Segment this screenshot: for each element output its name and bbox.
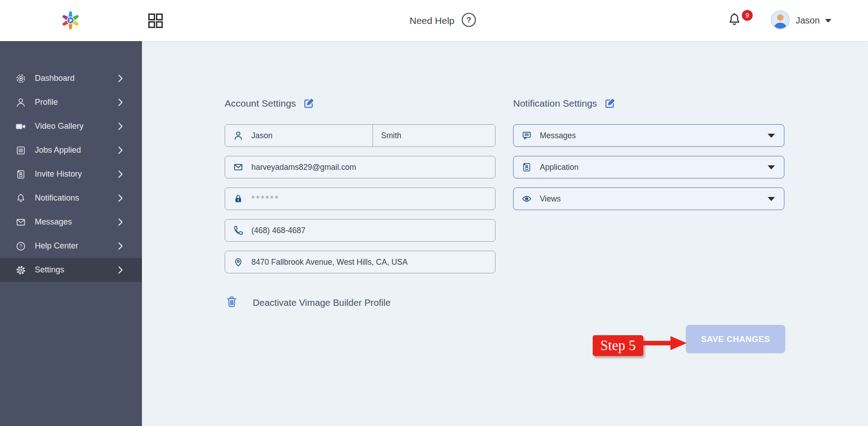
account-settings-section: Account Settings	[225, 98, 495, 310]
sidebar-item-notifications[interactable]: Notifications	[0, 186, 142, 210]
help-question-icon[interactable]: ?	[461, 12, 476, 29]
notification-count-badge: 9	[742, 10, 753, 21]
name-field-row	[225, 124, 495, 147]
lock-icon	[225, 193, 251, 204]
settings-page: Need Help ? 9	[0, 0, 868, 426]
invite-resume-icon	[15, 169, 27, 180]
last-name-input[interactable]	[373, 131, 495, 140]
address-input[interactable]	[251, 257, 495, 267]
edit-notification-settings-icon[interactable]	[604, 98, 616, 109]
dropdown-caret-icon	[768, 197, 775, 201]
views-dropdown[interactable]: Views	[513, 187, 784, 210]
notification-settings-title: Notification Settings	[513, 98, 597, 109]
chevron-right-icon	[118, 98, 123, 106]
mail-icon	[225, 162, 251, 173]
deactivate-profile-button[interactable]: Deactivate Vimage Builder Profile	[225, 295, 495, 310]
sidebar-item-dashboard[interactable]: Dashboard	[0, 66, 142, 90]
eye-icon	[514, 193, 540, 204]
need-help[interactable]: Need Help ?	[410, 0, 476, 41]
sidebar-item-label: Settings	[35, 265, 64, 275]
email-field-row	[225, 156, 495, 178]
bell-icon	[15, 192, 27, 204]
edit-account-settings-icon[interactable]	[303, 98, 315, 109]
phone-field-row	[225, 219, 495, 242]
sidebar: Dashboard Profile Video Gallery	[0, 41, 142, 426]
step-annotation: Step 5	[593, 335, 643, 356]
sidebar-item-label: Video Gallery	[35, 122, 84, 131]
messages-dropdown[interactable]: Messages	[513, 124, 784, 147]
phone-icon	[225, 225, 251, 236]
chevron-right-icon	[118, 170, 123, 178]
sidebar-item-label: Messages	[35, 217, 72, 227]
apps-grid-icon[interactable]	[148, 13, 163, 28]
sidebar-item-label: Notifications	[35, 193, 79, 203]
dropdown-selected-value: Messages	[540, 131, 768, 140]
notification-settings-section: Notification Settings Messages	[513, 98, 784, 219]
chevron-right-icon	[118, 194, 123, 202]
deactivate-profile-label: Deactivate Vimage Builder Profile	[253, 297, 391, 308]
email-input[interactable]	[251, 163, 495, 172]
password-input[interactable]	[251, 194, 495, 204]
envelope-icon	[15, 216, 27, 228]
dropdown-selected-value: Application	[540, 163, 768, 172]
sidebar-item-jobs-applied[interactable]: Jobs Applied	[0, 138, 142, 162]
chat-bubble-icon	[514, 130, 540, 141]
sidebar-item-profile[interactable]: Profile	[0, 90, 142, 114]
sidebar-item-label: Help Center	[35, 241, 78, 251]
step-arrow-icon	[642, 333, 688, 354]
password-field-row	[225, 187, 495, 210]
address-field-row	[225, 251, 495, 273]
sidebar-item-invite-history[interactable]: Invite History	[0, 162, 142, 186]
svg-text:?: ?	[19, 243, 22, 249]
gear-icon	[15, 264, 27, 276]
sidebar-item-help-center[interactable]: ? Help Center	[0, 234, 142, 258]
sidebar-item-settings[interactable]: Settings	[0, 258, 142, 282]
phone-input[interactable]	[251, 226, 495, 235]
dropdown-selected-value: Views	[540, 194, 768, 204]
person-icon	[225, 130, 251, 141]
app-logo-icon[interactable]	[60, 10, 81, 31]
bell-icon	[727, 12, 742, 27]
chevron-right-icon	[118, 122, 123, 130]
sidebar-item-video-gallery[interactable]: Video Gallery	[0, 114, 142, 138]
need-help-label: Need Help	[410, 15, 454, 26]
top-bar: Need Help ? 9	[0, 0, 868, 41]
application-resume-icon	[514, 162, 540, 173]
user-name: Jason	[796, 15, 820, 26]
svg-text:?: ?	[467, 16, 471, 24]
chevron-right-icon	[118, 242, 123, 250]
chevron-right-icon	[118, 218, 123, 226]
dashboard-icon	[15, 73, 27, 84]
help-circle-icon: ?	[15, 240, 27, 252]
user-caret-down-icon	[825, 19, 831, 23]
location-pin-icon	[225, 257, 251, 267]
sidebar-item-label: Dashboard	[35, 74, 75, 83]
application-dropdown[interactable]: Application	[513, 156, 784, 178]
profile-icon	[15, 97, 27, 108]
dropdown-caret-icon	[768, 165, 775, 169]
sidebar-item-label: Profile	[35, 98, 58, 107]
notifications-bell[interactable]: 9	[727, 12, 755, 32]
jobs-document-icon	[15, 145, 27, 156]
chevron-right-icon	[118, 146, 123, 154]
chevron-right-icon	[118, 266, 123, 274]
user-menu[interactable]: Jason	[771, 0, 831, 41]
sidebar-item-messages[interactable]: Messages	[0, 210, 142, 234]
chevron-right-icon	[118, 75, 123, 82]
save-changes-button[interactable]: SAVE CHANGES	[686, 325, 785, 353]
trash-icon	[225, 295, 239, 310]
dropdown-caret-icon	[768, 134, 775, 138]
video-camera-icon	[15, 121, 27, 132]
account-settings-title: Account Settings	[225, 98, 296, 109]
sidebar-item-label: Invite History	[35, 169, 82, 179]
sidebar-item-label: Jobs Applied	[35, 145, 81, 155]
first-name-input[interactable]	[251, 131, 373, 140]
avatar	[771, 10, 790, 31]
